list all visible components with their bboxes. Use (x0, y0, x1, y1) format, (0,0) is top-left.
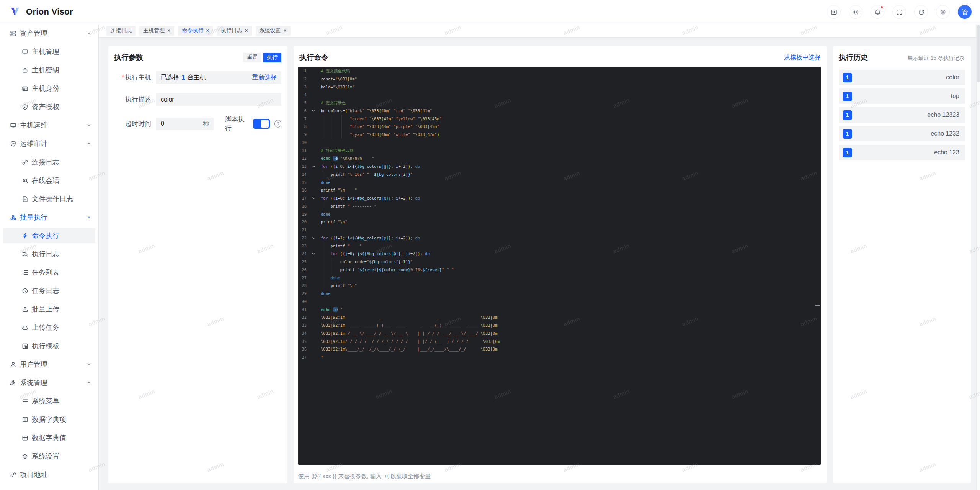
history-item[interactable]: 1echo 12323 (839, 107, 965, 123)
sidebar-item-系统菜单[interactable]: 系统菜单 (3, 393, 95, 409)
sidebar-item-label: 上传任务 (32, 323, 59, 332)
editor-line: 25 color_code="${bg_colors[j+1]}" (298, 258, 821, 266)
sidebar-item-数据字典值[interactable]: 数据字典值 (3, 430, 95, 446)
sidebar-item-项目地址[interactable]: 项目地址 (3, 467, 95, 482)
editor-line: 7 "green" "\033[42m" "yellow" "\033[43m" (298, 115, 821, 123)
sidebar-item-批量上传[interactable]: 批量上传 (3, 302, 95, 317)
sidebar-item-批量执行[interactable]: 批量执行 (3, 210, 95, 225)
chevron-down-icon (312, 252, 315, 256)
history-panel-subtitle: 展示最近 15 条执行记录 (908, 55, 965, 62)
users-icon (22, 177, 28, 184)
history-item[interactable]: 1top (839, 88, 965, 104)
link-icon (10, 472, 16, 478)
line-number: 21 (298, 226, 307, 234)
settings-button[interactable] (936, 5, 950, 19)
description-input[interactable] (156, 93, 281, 106)
sidebar-item-资产授权[interactable]: 资产授权 (3, 99, 95, 115)
tab-close-icon[interactable]: × (284, 28, 287, 33)
line-number: 34 (298, 329, 307, 338)
reset-button[interactable]: 重置 (243, 53, 261, 62)
sidebar-item-主机密钥[interactable]: 主机密钥 (3, 62, 95, 78)
sidebar-item-用户管理[interactable]: 用户管理 (3, 357, 95, 372)
command-panel-title: 执行命令 (299, 52, 328, 62)
tab-连接日志[interactable]: 连接日志 (106, 26, 136, 36)
history-panel-title: 执行历史 (839, 52, 868, 62)
sidebar-item-label: 系统管理 (20, 378, 47, 387)
tab-close-icon[interactable]: × (167, 28, 170, 33)
timeout-input[interactable] (161, 120, 203, 127)
sidebar-item-在线会话[interactable]: 在线会话 (3, 173, 95, 188)
code-text: color_code="${bg_colors[j+1]}" (321, 258, 413, 266)
line-number: 1 (298, 67, 307, 75)
tab-label: 连接日志 (110, 27, 132, 34)
notifications-button[interactable] (871, 5, 884, 19)
sidebar-item-执行日志[interactable]: 执行日志 (3, 246, 95, 262)
fullscreen-button[interactable] (892, 5, 906, 19)
sidebar-item-数据字典项[interactable]: 数据字典项 (3, 412, 95, 427)
lock-icon (22, 67, 28, 74)
line-number: 18 (298, 202, 307, 210)
logo-icon (8, 5, 22, 19)
code-window-button[interactable] (827, 5, 841, 19)
user-avatar[interactable]: 管 (958, 5, 972, 19)
tab-系统设置[interactable]: 系统设置× (256, 26, 291, 36)
help-icon[interactable]: ? (274, 120, 281, 128)
history-item[interactable]: 1echo 123 (839, 145, 965, 160)
sidebar-item-系统设置[interactable]: 系统设置 (3, 449, 95, 464)
line-number: 12 (298, 154, 307, 162)
sidebar-item-主机管理[interactable]: 主机管理 (3, 44, 95, 59)
sidebar-item-连接日志[interactable]: 连接日志 (3, 154, 95, 170)
sidebar-item-运维审计[interactable]: 运维审计 (3, 136, 95, 151)
select-from-template-link[interactable]: 从模板中选择 (784, 54, 821, 62)
code-text: done (321, 290, 330, 298)
sidebar-item-主机身份[interactable]: 主机身份 (3, 81, 95, 96)
sidebar-item-文件操作日志[interactable]: 文件操作日志 (3, 191, 95, 206)
sidebar-item-任务列表[interactable]: 任务列表 (3, 265, 95, 280)
notification-badge-dot (880, 5, 884, 9)
template-icon (22, 343, 28, 349)
tab-命令执行[interactable]: 命令执行× (178, 26, 213, 36)
editor-line: 19done (298, 210, 821, 218)
editor-line: 33\033[92;1m ____ _____(_)___ ____ _ __(… (298, 321, 821, 329)
sidebar-item-主机运维[interactable]: 主机运维 (3, 118, 95, 133)
script-exec-toggle[interactable] (253, 119, 270, 129)
sidebar-item-上传任务[interactable]: 上传任务 (3, 320, 95, 335)
sidebar-item-命令执行[interactable]: 命令执行 (3, 228, 95, 243)
fullscreen-icon (896, 9, 903, 15)
required-asterisk: * (121, 74, 124, 81)
code-editor[interactable]: 1# 定义颜色代码2reset="\033[0m"3bold="\033[1m"… (298, 67, 821, 465)
fold-toggle[interactable] (307, 252, 321, 256)
fold-toggle[interactable] (307, 165, 321, 168)
host-selector[interactable]: 已选择 1 台主机 重新选择 (156, 71, 281, 84)
editor-line: 4 (298, 91, 821, 99)
sidebar-item-系统管理[interactable]: 系统管理 (3, 375, 95, 390)
tab-label: 系统设置 (260, 27, 281, 34)
tab-主机管理[interactable]: 主机管理× (139, 26, 174, 36)
theme-icon (853, 9, 859, 15)
history-item[interactable]: 1color (839, 70, 965, 85)
reselect-hosts-link[interactable]: 重新选择 (252, 74, 277, 82)
scrollbar-thumb[interactable] (977, 25, 980, 82)
script-exec-label: 脚本执行 (225, 115, 248, 133)
tab-close-icon[interactable]: × (245, 28, 248, 33)
line-number: 11 (298, 147, 307, 155)
refresh-button[interactable] (914, 5, 928, 19)
tab-执行日志[interactable]: 执行日志× (217, 26, 252, 36)
sidebar-item-执行模板[interactable]: 执行模板 (3, 338, 95, 354)
chevron-up-icon (87, 380, 91, 385)
sidebar-item-资产管理[interactable]: 资产管理 (3, 26, 95, 41)
editor-line: 3bold="\033[1m" (298, 83, 821, 91)
fold-toggle[interactable] (307, 109, 321, 113)
window-scrollbar[interactable] (976, 24, 980, 490)
editor-line: 36\033[92;1m\____/_/ /_/\____/_/ /_/ |__… (298, 345, 821, 353)
code-text: printf " " (321, 242, 362, 250)
sidebar-item-任务日志[interactable]: 任务日志 (3, 283, 95, 298)
fold-toggle[interactable] (307, 236, 321, 240)
run-button[interactable]: 执行 (263, 53, 281, 62)
tab-close-icon[interactable]: × (206, 28, 209, 33)
editor-line: 34\033[92;1m / __ \/ ___/ / __ \/ __ \ |… (298, 329, 821, 338)
theme-button[interactable] (849, 5, 862, 19)
history-item[interactable]: 1echo 1232 (839, 126, 965, 141)
fold-toggle[interactable] (307, 197, 321, 200)
editor-line: 23 printf " " (298, 242, 821, 250)
